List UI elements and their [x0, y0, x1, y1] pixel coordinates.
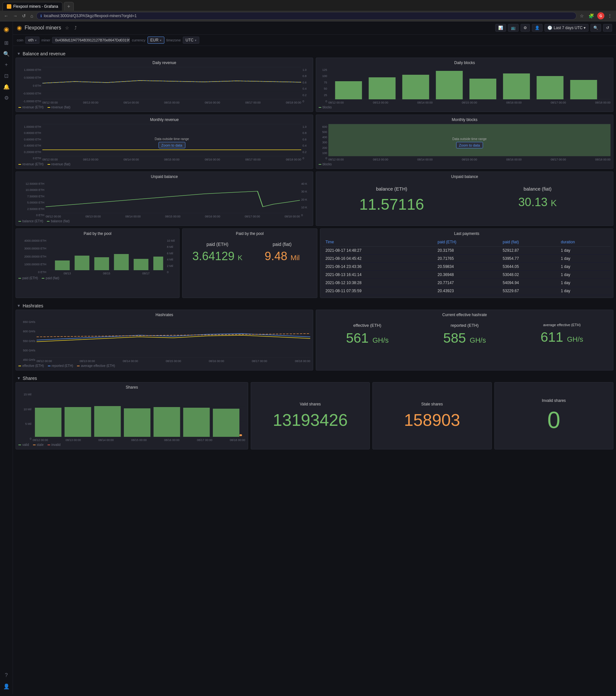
col-paid-eth: paid (ETH) — [435, 238, 500, 247]
svg-rect-13 — [570, 80, 597, 99]
section-title-shares: Shares — [23, 376, 37, 381]
stale-shares-title: Stale shares — [421, 402, 443, 407]
table-cell-3: 1 day — [558, 287, 611, 295]
daily-revenue-legend: revenue (ETH) revenue (fiat) — [18, 106, 310, 109]
shares-y-axis: 15 Mil10 Mil5 Mil0 — [18, 392, 31, 442]
unpaid-balance-y-right: 40 K30 K20 K10 K0 — [301, 181, 310, 218]
url-text: localhost:3000/d/Q3JPASkgz/flexpool-mine… — [44, 14, 137, 18]
sidebar-logo[interactable]: ◉ — [1, 24, 12, 34]
browser-chrome: Flexpool miners - Grafana + ← → ↺ ⌂ ℹ lo… — [0, 0, 616, 21]
section-title-hashrates: Hashrates — [23, 303, 43, 309]
zoom-btn-monthly-blocks[interactable]: Zoom to data — [456, 142, 483, 148]
svg-rect-11 — [503, 74, 530, 99]
table-cell-0: 2021-08-14 23:43:36 — [323, 263, 435, 271]
svg-rect-6 — [335, 81, 362, 99]
back-button[interactable]: ← — [3, 13, 10, 19]
panel-invalid-shares: Invalid shares 0 — [494, 382, 613, 449]
timezone-filter-arrow: ▾ — [195, 38, 196, 42]
new-tab-btn[interactable]: + — [64, 2, 74, 11]
sidebar-item-dashboard[interactable]: ⊞ — [1, 37, 12, 48]
table-row: 2021-08-12 10:38:2820.7714754094.941 day — [323, 279, 611, 287]
table-cell-1: 20.71765 — [435, 255, 500, 263]
sidebar: ◉ ⊞ 🔍 + ⊡ 🔔 ⚙ ? 👤 — [0, 21, 13, 694]
svg-rect-37 — [65, 407, 91, 437]
balance-fiat-stat: balance (fiat) 30.13 K — [464, 181, 611, 218]
bookmark-button[interactable]: ☆ — [579, 13, 585, 19]
panel-last-payments: Last payments Time paid (ETH) paid (fiat… — [320, 228, 613, 298]
svg-rect-23 — [94, 257, 109, 270]
daily-blocks-y-axis: 1251007550250 — [319, 67, 327, 104]
profile-button[interactable]: G — [597, 12, 604, 19]
browser-tab-active[interactable]: Flexpool miners - Grafana — [3, 2, 62, 11]
section-shares[interactable]: ▼ Shares — [16, 373, 613, 382]
refresh-btn[interactable]: ↺ — [603, 24, 612, 32]
url-bar[interactable]: ℹ localhost:3000/d/Q3JPASkgz/flexpool-mi… — [36, 12, 576, 20]
svg-rect-40 — [154, 407, 180, 437]
svg-rect-9 — [436, 71, 463, 99]
daily-revenue-x-axis: 08/12 00:0008/13 00:0008/14 00:0008/15 0… — [42, 101, 301, 104]
sidebar-item-search[interactable]: 🔍 — [1, 49, 12, 59]
svg-rect-12 — [537, 76, 564, 99]
svg-point-43 — [239, 434, 242, 436]
zoom-out-button[interactable]: 🔍 — [590, 24, 601, 32]
currency-filter-label: currency — [132, 38, 145, 42]
table-cell-1: 20.77147 — [435, 279, 500, 287]
share-dashboard-button[interactable]: ⤴ — [73, 25, 78, 31]
valid-shares-value: 13193426 — [273, 410, 347, 430]
reported-value: 585 GH/s — [417, 330, 512, 346]
user-button[interactable]: 👤 — [532, 24, 542, 32]
monthly-blocks-legend: blocks — [319, 162, 611, 166]
forward-button[interactable]: → — [12, 13, 19, 19]
table-cell-0: 2021-08-17 14:48:27 — [323, 247, 435, 255]
sidebar-item-explore[interactable]: ⊡ — [1, 70, 12, 81]
coin-filter-value: eth — [28, 38, 34, 42]
sidebar-item-help[interactable]: ? — [1, 670, 12, 680]
refresh-button[interactable]: ↺ — [21, 13, 27, 19]
effective-hashrate-stat: effective (ETH) 561 GH/s — [319, 319, 416, 350]
star-dashboard-button[interactable]: ☆ — [64, 25, 70, 31]
sidebar-item-user[interactable]: 👤 — [1, 681, 12, 692]
svg-rect-42 — [213, 409, 239, 437]
extension-button[interactable]: 🧩 — [587, 13, 595, 19]
zoom-btn-monthly-rev[interactable]: Zoom to data — [159, 142, 185, 148]
time-range-button[interactable]: 🕐 Last 7 days UTC ▾ — [544, 24, 588, 32]
balance-fiat-suffix: K — [551, 198, 557, 208]
paid-stat-container: paid (ETH) 3.64129 K paid (fiat) 9.48 Mi… — [185, 238, 315, 267]
home-button[interactable]: ⌂ — [29, 13, 34, 19]
table-cell-1: 20.36948 — [435, 271, 500, 279]
daily-revenue-chart — [42, 67, 301, 99]
tv-mode-button[interactable]: 📺 — [508, 24, 519, 32]
miner-filter-select[interactable]: 0x4368d11f47764B3912127B70e8647Dd031955A… — [52, 37, 130, 43]
sidebar-item-alert[interactable]: 🔔 — [1, 81, 12, 92]
balance-eth-value: 11.57116 — [321, 195, 462, 213]
hashrates-legend: effective (ETH) reported (ETH) average e… — [18, 364, 310, 367]
daily-revenue-y-right: 1.00.80.60.40.20 — [302, 67, 310, 104]
table-cell-1: 20.31758 — [435, 247, 500, 255]
reported-label: reported (ETH) — [417, 323, 512, 328]
row-shares: Shares 15 Mil10 Mil5 Mil0 — [16, 382, 613, 449]
timezone-filter-select[interactable]: UTC ▾ — [183, 36, 200, 44]
paid-pool-stat-title: Paid by the pool — [185, 231, 315, 236]
invalid-shares-value: 0 — [548, 407, 560, 433]
balance-fiat-number: 30.13 — [518, 195, 548, 209]
panel-stale-shares: Stale shares 158903 — [373, 382, 491, 449]
section-hashrates[interactable]: ▼ Hashrates — [16, 301, 613, 310]
coin-filter-select[interactable]: eth ▾ — [25, 36, 40, 44]
table-cell-0: 2021-08-13 16:41:14 — [323, 271, 435, 279]
settings-button[interactable]: ⚙ — [521, 24, 530, 32]
paid-eth-number: 3.64129 — [192, 250, 235, 263]
svg-rect-38 — [94, 406, 121, 437]
sidebar-item-config[interactable]: ⚙ — [1, 93, 12, 103]
paid-fiat-label: paid (fiat) — [254, 242, 311, 247]
table-cell-3: 1 day — [558, 247, 611, 255]
currency-filter-select[interactable]: EUR ▾ — [147, 36, 164, 44]
panel-monthly-revenue: Monthly revenue 1.00000 ETH0.80000 ETH0.… — [16, 114, 313, 169]
section-balance-revenue[interactable]: ▼ Balance and revenue — [16, 49, 613, 58]
col-duration: duration — [558, 238, 611, 247]
sidebar-item-create[interactable]: + — [1, 60, 12, 70]
svg-rect-22 — [75, 256, 90, 270]
menu-button[interactable]: ⋮ — [606, 13, 613, 19]
graph-view-button[interactable]: 📊 — [495, 24, 506, 32]
browser-tab-bar: Flexpool miners - Grafana + — [0, 0, 616, 11]
panel-unpaid-balance-stat: Unpaid balance balance (ETH) 11.57116 ba… — [316, 172, 613, 226]
